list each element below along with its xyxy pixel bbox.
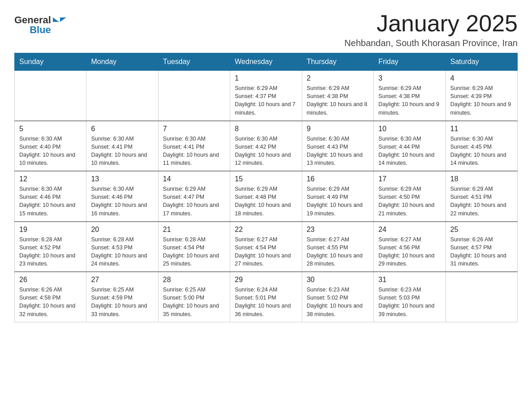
day-info: Sunrise: 6:28 AM Sunset: 4:52 PM Dayligh…: [19, 235, 82, 268]
calendar-cell: 23Sunrise: 6:27 AM Sunset: 4:55 PM Dayli…: [302, 222, 373, 272]
col-header-sunday: Sunday: [15, 53, 86, 71]
calendar-cell: 15Sunrise: 6:29 AM Sunset: 4:48 PM Dayli…: [230, 171, 302, 222]
calendar-cell: 3Sunrise: 6:29 AM Sunset: 4:38 PM Daylig…: [374, 71, 446, 121]
day-info: Sunrise: 6:29 AM Sunset: 4:39 PM Dayligh…: [450, 84, 513, 117]
calendar-cell: 19Sunrise: 6:28 AM Sunset: 4:52 PM Dayli…: [15, 222, 86, 272]
day-number: 28: [163, 276, 225, 284]
col-header-friday: Friday: [374, 53, 446, 71]
calendar-cell: 31Sunrise: 6:23 AM Sunset: 5:03 PM Dayli…: [374, 272, 446, 322]
day-number: 2: [307, 74, 369, 82]
day-number: 26: [19, 276, 82, 284]
day-info: Sunrise: 6:29 AM Sunset: 4:51 PM Dayligh…: [450, 185, 513, 218]
calendar-cell: 14Sunrise: 6:29 AM Sunset: 4:47 PM Dayli…: [158, 171, 230, 222]
calendar-cell: 8Sunrise: 6:30 AM Sunset: 4:42 PM Daylig…: [230, 121, 302, 171]
calendar-cell: 25Sunrise: 6:26 AM Sunset: 4:57 PM Dayli…: [446, 222, 517, 272]
day-info: Sunrise: 6:30 AM Sunset: 4:43 PM Dayligh…: [307, 135, 369, 167]
location-title: Nehbandan, South Khorasan Province, Iran: [344, 38, 518, 48]
day-number: 13: [91, 175, 153, 183]
calendar-cell: 13Sunrise: 6:30 AM Sunset: 4:46 PM Dayli…: [86, 171, 158, 222]
day-info: Sunrise: 6:29 AM Sunset: 4:48 PM Dayligh…: [235, 185, 297, 218]
col-header-wednesday: Wednesday: [230, 53, 302, 71]
calendar-week-2: 5Sunrise: 6:30 AM Sunset: 4:40 PM Daylig…: [15, 121, 518, 171]
calendar-cell: 6Sunrise: 6:30 AM Sunset: 4:41 PM Daylig…: [86, 121, 158, 171]
col-header-monday: Monday: [86, 53, 158, 71]
calendar-cell: 9Sunrise: 6:30 AM Sunset: 4:43 PM Daylig…: [302, 121, 373, 171]
calendar-cell: 5Sunrise: 6:30 AM Sunset: 4:40 PM Daylig…: [15, 121, 86, 171]
calendar-cell: 18Sunrise: 6:29 AM Sunset: 4:51 PM Dayli…: [446, 171, 517, 222]
calendar-week-5: 26Sunrise: 6:26 AM Sunset: 4:58 PM Dayli…: [15, 272, 518, 322]
day-info: Sunrise: 6:30 AM Sunset: 4:42 PM Dayligh…: [235, 135, 297, 167]
day-number: 22: [235, 226, 297, 234]
day-info: Sunrise: 6:27 AM Sunset: 4:55 PM Dayligh…: [307, 235, 369, 268]
day-number: 15: [235, 175, 297, 183]
day-number: 14: [163, 175, 225, 183]
day-number: 23: [307, 226, 369, 234]
day-number: 31: [378, 276, 441, 284]
day-info: Sunrise: 6:29 AM Sunset: 4:38 PM Dayligh…: [307, 84, 369, 117]
calendar-cell: 26Sunrise: 6:26 AM Sunset: 4:58 PM Dayli…: [15, 272, 86, 322]
calendar-cell: 4Sunrise: 6:29 AM Sunset: 4:39 PM Daylig…: [446, 71, 517, 121]
calendar-cell: 30Sunrise: 6:23 AM Sunset: 5:02 PM Dayli…: [302, 272, 373, 322]
calendar-header-row: SundayMondayTuesdayWednesdayThursdayFrid…: [15, 53, 518, 71]
calendar-cell: 22Sunrise: 6:27 AM Sunset: 4:54 PM Dayli…: [230, 222, 302, 272]
day-info: Sunrise: 6:24 AM Sunset: 5:01 PM Dayligh…: [235, 286, 297, 318]
calendar-cell: 27Sunrise: 6:25 AM Sunset: 4:59 PM Dayli…: [86, 272, 158, 322]
day-info: Sunrise: 6:29 AM Sunset: 4:49 PM Dayligh…: [307, 185, 369, 218]
logo-blue-text: Blue: [30, 24, 51, 36]
day-info: Sunrise: 6:30 AM Sunset: 4:46 PM Dayligh…: [91, 185, 153, 218]
calendar-cell: 24Sunrise: 6:27 AM Sunset: 4:56 PM Dayli…: [374, 222, 446, 272]
day-info: Sunrise: 6:29 AM Sunset: 4:38 PM Dayligh…: [378, 84, 441, 117]
calendar-week-1: 1Sunrise: 6:29 AM Sunset: 4:37 PM Daylig…: [15, 71, 518, 121]
calendar-cell: 20Sunrise: 6:28 AM Sunset: 4:53 PM Dayli…: [86, 222, 158, 272]
day-number: 24: [378, 226, 441, 234]
calendar-cell: 10Sunrise: 6:30 AM Sunset: 4:44 PM Dayli…: [374, 121, 446, 171]
calendar-table: SundayMondayTuesdayWednesdayThursdayFrid…: [14, 53, 518, 322]
day-info: Sunrise: 6:26 AM Sunset: 4:58 PM Dayligh…: [19, 286, 82, 318]
day-info: Sunrise: 6:29 AM Sunset: 4:37 PM Dayligh…: [235, 84, 297, 117]
day-info: Sunrise: 6:25 AM Sunset: 4:59 PM Dayligh…: [91, 286, 153, 318]
calendar-cell: 12Sunrise: 6:30 AM Sunset: 4:46 PM Dayli…: [15, 171, 86, 222]
col-header-tuesday: Tuesday: [158, 53, 230, 71]
day-info: Sunrise: 6:30 AM Sunset: 4:44 PM Dayligh…: [378, 135, 441, 167]
day-info: Sunrise: 6:25 AM Sunset: 5:00 PM Dayligh…: [163, 286, 225, 318]
day-info: Sunrise: 6:30 AM Sunset: 4:45 PM Dayligh…: [450, 135, 513, 167]
day-info: Sunrise: 6:30 AM Sunset: 4:46 PM Dayligh…: [19, 185, 82, 218]
title-area: January 2025 Nehbandan, South Khorasan P…: [344, 11, 518, 48]
day-number: 3: [378, 74, 441, 82]
calendar-cell: 2Sunrise: 6:29 AM Sunset: 4:38 PM Daylig…: [302, 71, 373, 121]
day-info: Sunrise: 6:29 AM Sunset: 4:50 PM Dayligh…: [378, 185, 441, 218]
day-number: 12: [19, 175, 82, 183]
calendar-cell: 16Sunrise: 6:29 AM Sunset: 4:49 PM Dayli…: [302, 171, 373, 222]
day-number: 20: [91, 226, 153, 234]
calendar-week-4: 19Sunrise: 6:28 AM Sunset: 4:52 PM Dayli…: [15, 222, 518, 272]
day-number: 8: [235, 125, 297, 133]
calendar-cell: 28Sunrise: 6:25 AM Sunset: 5:00 PM Dayli…: [158, 272, 230, 322]
day-number: 16: [307, 175, 369, 183]
day-number: 6: [91, 125, 153, 133]
calendar-cell: [158, 71, 230, 121]
calendar-cell: [15, 71, 86, 121]
day-number: 25: [450, 226, 513, 234]
day-info: Sunrise: 6:27 AM Sunset: 4:56 PM Dayligh…: [378, 235, 441, 268]
calendar-cell: [86, 71, 158, 121]
day-number: 29: [235, 276, 297, 284]
calendar-cell: [446, 272, 517, 322]
day-info: Sunrise: 6:29 AM Sunset: 4:47 PM Dayligh…: [163, 185, 225, 218]
calendar-cell: 11Sunrise: 6:30 AM Sunset: 4:45 PM Dayli…: [446, 121, 517, 171]
day-info: Sunrise: 6:27 AM Sunset: 4:54 PM Dayligh…: [235, 235, 297, 268]
calendar-cell: 17Sunrise: 6:29 AM Sunset: 4:50 PM Dayli…: [374, 171, 446, 222]
calendar-cell: 21Sunrise: 6:28 AM Sunset: 4:54 PM Dayli…: [158, 222, 230, 272]
day-number: 18: [450, 175, 513, 183]
day-info: Sunrise: 6:23 AM Sunset: 5:03 PM Dayligh…: [378, 286, 441, 318]
day-number: 7: [163, 125, 225, 133]
calendar-cell: 1Sunrise: 6:29 AM Sunset: 4:37 PM Daylig…: [230, 71, 302, 121]
day-info: Sunrise: 6:30 AM Sunset: 4:41 PM Dayligh…: [163, 135, 225, 167]
header: General Blue January 2025 Nehbandan, Sou…: [14, 11, 518, 48]
logo: General Blue: [14, 14, 66, 36]
calendar-cell: 7Sunrise: 6:30 AM Sunset: 4:41 PM Daylig…: [158, 121, 230, 171]
day-info: Sunrise: 6:30 AM Sunset: 4:40 PM Dayligh…: [19, 135, 82, 167]
day-number: 4: [450, 74, 513, 82]
logo-icon: General Blue: [14, 14, 66, 36]
day-number: 21: [163, 226, 225, 234]
col-header-saturday: Saturday: [446, 53, 517, 71]
